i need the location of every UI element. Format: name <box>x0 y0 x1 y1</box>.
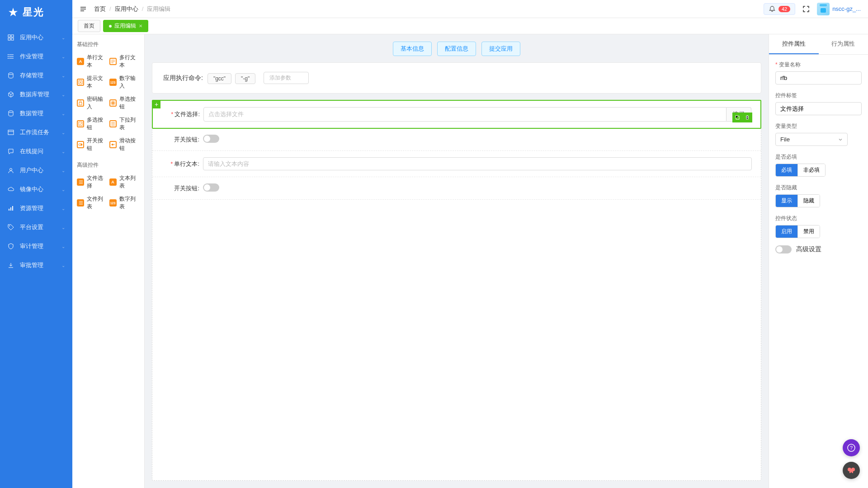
fab-brain[interactable] <box>843 462 860 479</box>
bell-icon <box>769 5 776 13</box>
form-item[interactable]: *单行文本: <box>152 151 761 177</box>
nav-item-12[interactable]: 审批管理⌄ <box>0 256 72 275</box>
nav-item-11[interactable]: 审计管理⌄ <box>0 237 72 256</box>
file-input[interactable]: 点击选择文件 <box>203 107 726 122</box>
form-item-label: 开关按钮: <box>161 136 203 144</box>
advanced-switch[interactable] <box>775 245 792 253</box>
palette-text-list[interactable]: A文本列表 <box>109 174 140 191</box>
palette-file-select[interactable]: 文件选择 <box>77 174 108 191</box>
palette-label: 开关按钮 <box>87 137 108 152</box>
var-name-input[interactable] <box>775 71 862 84</box>
required-yes[interactable]: 必填 <box>776 164 797 176</box>
palette-number-input[interactable]: 123数字输入 <box>109 74 140 91</box>
form-item[interactable]: +*文件选择:点击选择文件选择 <box>152 100 761 129</box>
page-tab[interactable]: 应用编辑✕ <box>103 20 148 32</box>
action-button[interactable]: 提交应用 <box>481 42 520 56</box>
close-icon[interactable]: ✕ <box>139 23 142 28</box>
nav-item-6[interactable]: 在线提问⌄ <box>0 142 72 161</box>
palette-select[interactable]: 下拉列表 <box>109 115 140 132</box>
text-input[interactable] <box>203 157 752 170</box>
palette-number-list[interactable]: 123数字列表 <box>109 194 140 211</box>
nav-item-5[interactable]: 工作流任务⌄ <box>0 123 72 142</box>
action-button[interactable]: 基本信息 <box>393 42 432 56</box>
breadcrumb: 首页/应用中心/应用编辑 <box>94 5 170 13</box>
form-item[interactable]: 开关按钮: <box>152 177 761 200</box>
svg-rect-1 <box>11 35 14 37</box>
tab-behavior-props[interactable]: 行为属性 <box>819 34 868 54</box>
svg-rect-11 <box>9 209 9 211</box>
db-icon <box>7 110 14 117</box>
nav-item-4[interactable]: 数据管理⌄ <box>0 104 72 123</box>
svg-point-21 <box>112 144 113 145</box>
switch-control[interactable] <box>203 135 219 143</box>
form-item[interactable]: 开关按钮: <box>152 128 761 151</box>
required-no[interactable]: 非必填 <box>797 164 825 176</box>
page-tab[interactable]: 首页 <box>78 20 100 32</box>
notification-button[interactable]: 42 <box>764 3 795 15</box>
main: 首页/应用中心/应用编辑 42 nscc-gz_... 首页应用编辑✕ <box>72 0 868 488</box>
nav-item-1[interactable]: 作业管理⌄ <box>0 47 72 66</box>
state-group: 启用 禁用 <box>775 225 820 238</box>
palette-slider[interactable]: 滑动按钮 <box>109 136 140 153</box>
sidebar: 星光 应用中心⌄作业管理⌄存储管理⌄数据库管理⌄数据管理⌄工作流任务⌄在线提问⌄… <box>0 0 72 488</box>
plus-icon[interactable]: + <box>152 100 160 108</box>
add-param-input[interactable]: 添加参数 <box>264 72 309 84</box>
palette-label: 密码输入 <box>87 95 108 111</box>
copy-icon[interactable] <box>732 113 742 122</box>
form-item-label: *单行文本: <box>161 160 203 168</box>
nav-item-0[interactable]: 应用中心⌄ <box>0 28 72 47</box>
chevron-down-icon: ⌄ <box>61 111 65 116</box>
palette-hint-text[interactable]: 提示文本 <box>77 74 108 91</box>
tab-widget-props[interactable]: 控件属性 <box>769 34 819 54</box>
svg-text:?: ? <box>850 445 853 450</box>
switch-control[interactable] <box>203 183 219 192</box>
action-button[interactable]: 配置信息 <box>437 42 476 56</box>
palette-switch[interactable]: 开关按钮 <box>77 136 108 153</box>
hidden-show[interactable]: 显示 <box>776 195 797 207</box>
command-chip[interactable]: "-g" <box>235 73 255 84</box>
fullscreen-icon[interactable] <box>801 4 811 14</box>
form-item-label: *文件选择: <box>162 110 203 118</box>
svg-rect-15 <box>79 103 82 105</box>
fab-help[interactable]: ? <box>843 439 860 456</box>
svg-point-17 <box>112 102 114 104</box>
required-label: 是否必填 <box>775 153 862 161</box>
nav-item-2[interactable]: 存储管理⌄ <box>0 66 72 85</box>
palette-checkbox[interactable]: 多选按钮 <box>77 115 108 132</box>
chevron-down-icon: ⌄ <box>61 206 65 211</box>
nav-label: 作业管理 <box>20 52 61 61</box>
command-label: 应用执行命令: <box>163 74 203 82</box>
nav-label: 平台设置 <box>20 223 61 231</box>
state-enabled[interactable]: 启用 <box>776 225 797 238</box>
widget-label-input[interactable] <box>775 102 862 115</box>
palette-label: 单行文本 <box>87 54 108 69</box>
nav-item-10[interactable]: 平台设置⌄ <box>0 218 72 237</box>
nav-item-7[interactable]: 用户中心⌄ <box>0 161 72 180</box>
delete-icon[interactable] <box>742 113 752 122</box>
hidden-group: 显示 隐藏 <box>775 194 820 207</box>
palette-password-input[interactable]: 密码输入 <box>77 94 108 112</box>
palette-single-text[interactable]: A单行文本 <box>77 53 108 70</box>
palette-multi-text[interactable]: 多行文本 <box>109 53 140 70</box>
breadcrumb-item[interactable]: 应用中心 <box>115 5 138 13</box>
hamburger-icon[interactable] <box>80 5 87 13</box>
hidden-hide[interactable]: 隐藏 <box>797 195 820 207</box>
palette-file-list[interactable]: 文件列表 <box>77 194 108 211</box>
state-disabled[interactable]: 禁用 <box>797 225 820 238</box>
tab-dot-icon <box>109 25 112 28</box>
notification-count: 42 <box>778 6 790 12</box>
tab-label: 首页 <box>84 22 94 30</box>
logo-text: 星光 <box>23 5 44 19</box>
svg-rect-18 <box>79 122 82 126</box>
breadcrumb-item[interactable]: 首页 <box>94 5 106 13</box>
nav-item-3[interactable]: 数据库管理⌄ <box>0 85 72 104</box>
nav-item-8[interactable]: 镜像中心⌄ <box>0 180 72 199</box>
var-type-select[interactable]: File <box>775 133 848 146</box>
user-menu[interactable]: nscc-gz_... <box>817 3 861 15</box>
nav-item-9[interactable]: 资源管理⌄ <box>0 199 72 218</box>
command-chip[interactable]: "gcc" <box>208 73 231 84</box>
chevron-down-icon: ⌄ <box>61 35 65 40</box>
palette-radio[interactable]: 单选按钮 <box>109 94 140 112</box>
state-label: 控件状态 <box>775 215 862 222</box>
var-name-label: *变量名称 <box>775 61 862 69</box>
